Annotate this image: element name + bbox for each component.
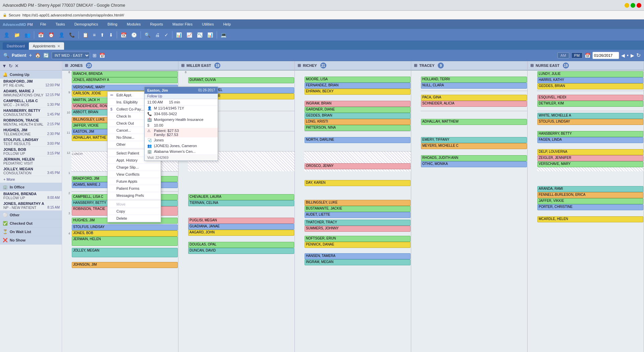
appt-fennell[interactable]: FENNELL-BURLESON, ERICA	[537, 192, 643, 198]
ctx-copy[interactable]: Copy	[108, 208, 161, 215]
menu-help[interactable]: Help	[221, 21, 233, 27]
appt-bustamante[interactable]: BUSTAMANTE, JACKIE	[305, 206, 411, 212]
menu-reports[interactable]: Reports	[148, 21, 165, 27]
appt-tiernan[interactable]: TIERNAN, CELINA	[188, 200, 294, 206]
sidebar-item-bianchi[interactable]: BIANCHI, BRENDA FOLLOW UP 8:00 AM	[0, 191, 62, 201]
home-icon[interactable]: 🏠	[35, 53, 41, 58]
appt-jones-abernathy[interactable]: JONES, ABERNATHY A	[72, 77, 178, 83]
appt-porter[interactable]: PORTER, CHRISTINE	[537, 204, 643, 210]
appt-verschave-nurse[interactable]: VERSCHAVE, MARY	[537, 161, 643, 167]
appt-hansberry-nurse[interactable]: HANSBERRY, BETTY	[537, 131, 643, 137]
folder-icon[interactable]: 📁	[12, 31, 21, 39]
appt-lundy[interactable]: LUNDY, JULIE	[537, 71, 643, 77]
appt-johnson-jim[interactable]: JOHNSON, JIM	[72, 262, 178, 268]
appt-geddes-nurse[interactable]: GEDDES, BRIAN	[537, 83, 643, 89]
appt-adhallah-tracey[interactable]: ADHALLAH, MATTHEW	[421, 119, 527, 125]
close-button[interactable]	[637, 3, 641, 8]
menu-tasks[interactable]: Tasks	[54, 21, 67, 27]
appt-bianchi-brenda[interactable]: BIANCHI, BRENDA	[72, 71, 178, 77]
ctx-view-conflicts[interactable]: View Conflicts	[108, 171, 161, 178]
appt-day-karen[interactable]: DAY, KAREN	[305, 180, 411, 186]
tab-appointments[interactable]: Appointments ✕	[29, 42, 64, 50]
appt-thatcher[interactable]: THATCHER, TRACY	[305, 220, 411, 226]
sidebar-item-robinson[interactable]: ROBINSON, TRACIE MENTAL HEALTH EVAL 2:15…	[0, 118, 62, 127]
refresh-icon[interactable]: ↻	[636, 52, 641, 58]
appt-schneider[interactable]: SCHNEIDER, ALICIA	[421, 101, 527, 107]
appt-esquivel[interactable]: ESQUIVEL, HEIDI	[537, 95, 643, 101]
appt-othic[interactable]: OTHIC, MONIKA	[421, 161, 527, 167]
add-patient-button[interactable]: +	[29, 52, 32, 58]
calendar-icon[interactable]: 📅	[36, 31, 45, 39]
menu-master-files[interactable]: Master Files	[170, 21, 195, 27]
ctx-charge-slip[interactable]: Charge Slip...	[108, 164, 161, 171]
appt-patterson[interactable]: PATTERSON, NINA	[305, 125, 411, 131]
appt-jermain-helen[interactable]: JERMAIN, HELEN	[72, 236, 178, 246]
appt-geddes-brian[interactable]: GEDDES, BRIAN	[305, 113, 411, 119]
menu-file[interactable]: File	[38, 21, 48, 27]
ctx-future-appts[interactable]: Future Appts	[108, 178, 161, 185]
sidebar-item-campbell[interactable]: CAMPBELL, LISA C WCC - 24 MOS 1:30 PM	[0, 98, 62, 108]
sidebar-item-stolfus[interactable]: STOLFUS, LINDSAY TEST RESULTS 3:00 PM	[0, 137, 62, 147]
appt-audet[interactable]: AUDET, LIETTE	[305, 212, 411, 218]
appt-ingram-brian[interactable]: INGRAM, BRIAN	[305, 101, 411, 107]
appt-jones-bob[interactable]: JONES, BOB	[72, 230, 178, 236]
menu-billing[interactable]: Billing	[106, 21, 119, 27]
time-icon[interactable]: 🕐	[129, 31, 139, 39]
am-button[interactable]: AM	[557, 52, 569, 58]
maximize-button[interactable]	[631, 3, 635, 8]
appt-moore-lisa[interactable]: MOORE, LISA	[305, 77, 411, 83]
filter-icon[interactable]: ▼	[2, 63, 7, 69]
appt-puglisi[interactable]: PUGLISI, MEGAN	[188, 218, 294, 224]
appt-douglas[interactable]: DOUGLAS, OPAL	[188, 242, 294, 248]
chart1-icon[interactable]: 📊	[174, 31, 183, 39]
appt-detwiler[interactable]: DETWILER, KIM	[537, 101, 643, 107]
more-button[interactable]: + More	[0, 176, 62, 183]
sidebar-section-coming-header[interactable]: 🔔 Coming Up	[0, 71, 62, 79]
appt-fagen[interactable]: FAGEN, LINDA	[537, 137, 643, 143]
appt-stolfus-lindsay[interactable]: STOLFUS, LINDSAY	[72, 224, 178, 230]
appt-emery[interactable]: EMERY, TIFFANY	[421, 137, 527, 143]
prev-date-arrow[interactable]: ◀	[621, 53, 625, 58]
navigate-icon[interactable]: ⬆	[99, 31, 106, 39]
sidebar-item-jones-a[interactable]: JONES, ABERNATHY A NP - NEW PATIENT 8:15…	[0, 201, 62, 211]
appt-durant[interactable]: DURANT, OLIVIA	[188, 77, 294, 83]
sidebar-item-jermain[interactable]: JERMAIN, HELEN PEDIATRIC VISIT	[0, 157, 62, 166]
sidebar-item-adams[interactable]: ADAMS, MARIE J IMMUNIZATIONS ONLY 12:15 …	[0, 88, 62, 98]
appt-orosco[interactable]: OROSCO, JENNY	[305, 163, 411, 169]
appt-pennick[interactable]: PENNICK, DANAE	[305, 242, 411, 248]
sidebar-item-jones-bob[interactable]: JONES, BOB FOLLOW UP 3:15 PM	[0, 147, 62, 157]
appt-meyers[interactable]: MEYERS, MICHELLE C	[421, 143, 527, 149]
list-icon[interactable]: 📋	[81, 31, 90, 39]
pm-button[interactable]: PM	[571, 52, 583, 58]
appt-harris-kathy[interactable]: HARRIS, KATHY	[537, 77, 643, 83]
appt-chevalier[interactable]: CHEVALIER, LAURA	[188, 194, 294, 200]
appt-billingsley-richey[interactable]: BILLINGSLEY, LUKE	[305, 200, 411, 206]
appt-duncan[interactable]: DUNCAN, DAVID	[188, 248, 294, 254]
next-date-arrow[interactable]: ▶	[631, 53, 634, 58]
sidebar-item-bradford[interactable]: BRADFORD, JIM PT RE-EVAL 12:00 PM	[0, 79, 62, 88]
clock-icon[interactable]: ⏰	[47, 31, 56, 39]
sidebar-close-icon[interactable]: ✕	[15, 63, 19, 69]
ctx-delete[interactable]: Delete	[108, 215, 161, 222]
ctx-patient-forms[interactable]: Patient Forms	[108, 185, 161, 192]
calendar-nav-icon[interactable]: 📅	[99, 53, 105, 58]
nav-refresh-icon[interactable]: 🔄	[43, 53, 49, 58]
appt-aagard[interactable]: AAGARD, JOHN	[188, 230, 294, 236]
menu-modules[interactable]: Modules	[125, 21, 143, 27]
sidebar-section-no-show-header[interactable]: ❌ No Show	[0, 236, 62, 244]
appt-ingram-megan[interactable]: INGRAM, MEGAN	[305, 259, 411, 265]
user-check-icon[interactable]: 👤	[57, 31, 66, 39]
appt-null-clara[interactable]: NULL, CLARA	[421, 83, 527, 89]
sidebar-item-jolley[interactable]: JOLLEY, MEGAN CONSULTATION 3:45 PM	[0, 166, 62, 176]
appt-holland[interactable]: HOLLAND, TERRI	[421, 77, 527, 83]
today-dot-icon[interactable]: •	[627, 53, 629, 58]
ctx-messaging-prefs[interactable]: Messaging Prefs	[108, 192, 161, 199]
tab-appointments-close[interactable]: ✕	[57, 44, 60, 48]
appt-hansen[interactable]: HANSEN, TAMERA	[305, 253, 411, 259]
date-calendar-icon[interactable]: 📅	[585, 53, 590, 58]
sidebar-section-wait-list-header[interactable]: ⏳ On Wait List	[0, 228, 62, 236]
appt-guadiana[interactable]: GUADIANA, JANAE	[188, 224, 294, 230]
chart2-icon[interactable]: 📈	[185, 31, 194, 39]
appt-aranda[interactable]: ARANDA, RAMI	[537, 186, 643, 192]
chart4-icon[interactable]: 📊	[206, 31, 215, 39]
